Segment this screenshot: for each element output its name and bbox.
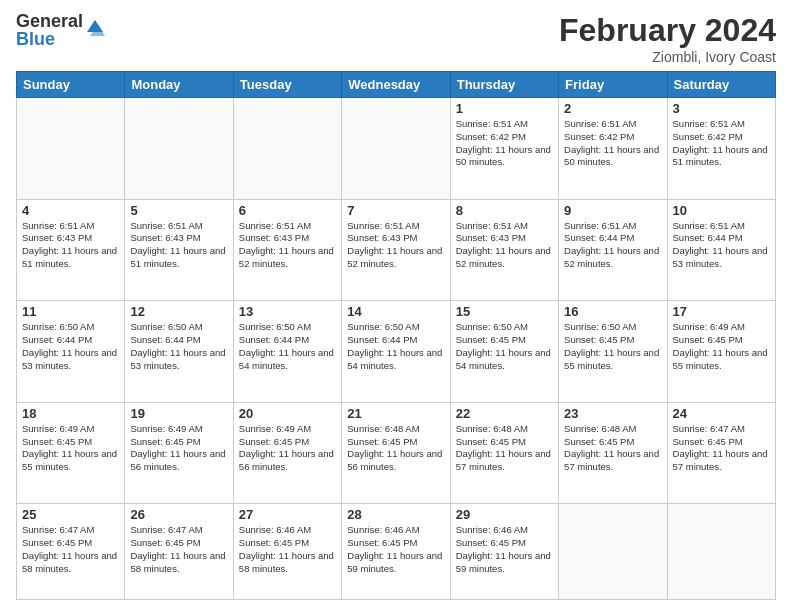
table-row: 11Sunrise: 6:50 AMSunset: 6:44 PMDayligh… [17, 301, 125, 403]
col-thursday: Thursday [450, 72, 558, 98]
col-monday: Monday [125, 72, 233, 98]
day-number: 23 [564, 406, 661, 421]
table-row [125, 98, 233, 200]
day-info: Sunrise: 6:51 AMSunset: 6:43 PMDaylight:… [347, 220, 444, 271]
day-info: Sunrise: 6:50 AMSunset: 6:44 PMDaylight:… [239, 321, 336, 372]
day-number: 8 [456, 203, 553, 218]
day-info: Sunrise: 6:51 AMSunset: 6:42 PMDaylight:… [564, 118, 661, 169]
table-row: 9Sunrise: 6:51 AMSunset: 6:44 PMDaylight… [559, 199, 667, 301]
table-row: 12Sunrise: 6:50 AMSunset: 6:44 PMDayligh… [125, 301, 233, 403]
col-friday: Friday [559, 72, 667, 98]
day-info: Sunrise: 6:47 AMSunset: 6:45 PMDaylight:… [130, 524, 227, 575]
col-sunday: Sunday [17, 72, 125, 98]
day-info: Sunrise: 6:46 AMSunset: 6:45 PMDaylight:… [456, 524, 553, 575]
table-row: 1Sunrise: 6:51 AMSunset: 6:42 PMDaylight… [450, 98, 558, 200]
day-number: 11 [22, 304, 119, 319]
day-info: Sunrise: 6:47 AMSunset: 6:45 PMDaylight:… [22, 524, 119, 575]
day-info: Sunrise: 6:51 AMSunset: 6:43 PMDaylight:… [130, 220, 227, 271]
table-row: 14Sunrise: 6:50 AMSunset: 6:44 PMDayligh… [342, 301, 450, 403]
day-info: Sunrise: 6:49 AMSunset: 6:45 PMDaylight:… [239, 423, 336, 474]
day-info: Sunrise: 6:51 AMSunset: 6:42 PMDaylight:… [456, 118, 553, 169]
calendar-week-3: 18Sunrise: 6:49 AMSunset: 6:45 PMDayligh… [17, 402, 776, 504]
day-number: 20 [239, 406, 336, 421]
day-info: Sunrise: 6:48 AMSunset: 6:45 PMDaylight:… [564, 423, 661, 474]
table-row: 16Sunrise: 6:50 AMSunset: 6:45 PMDayligh… [559, 301, 667, 403]
day-number: 19 [130, 406, 227, 421]
day-info: Sunrise: 6:47 AMSunset: 6:45 PMDaylight:… [673, 423, 770, 474]
day-number: 10 [673, 203, 770, 218]
day-number: 2 [564, 101, 661, 116]
table-row [233, 98, 341, 200]
day-number: 5 [130, 203, 227, 218]
day-number: 29 [456, 507, 553, 522]
logo-icon [85, 18, 105, 38]
day-number: 16 [564, 304, 661, 319]
day-number: 3 [673, 101, 770, 116]
table-row: 29Sunrise: 6:46 AMSunset: 6:45 PMDayligh… [450, 504, 558, 600]
calendar-week-0: 1Sunrise: 6:51 AMSunset: 6:42 PMDaylight… [17, 98, 776, 200]
day-number: 24 [673, 406, 770, 421]
table-row: 24Sunrise: 6:47 AMSunset: 6:45 PMDayligh… [667, 402, 775, 504]
table-row: 25Sunrise: 6:47 AMSunset: 6:45 PMDayligh… [17, 504, 125, 600]
logo-blue: Blue [16, 30, 83, 48]
day-number: 26 [130, 507, 227, 522]
day-info: Sunrise: 6:49 AMSunset: 6:45 PMDaylight:… [22, 423, 119, 474]
table-row: 4Sunrise: 6:51 AMSunset: 6:43 PMDaylight… [17, 199, 125, 301]
table-row: 17Sunrise: 6:49 AMSunset: 6:45 PMDayligh… [667, 301, 775, 403]
table-row: 2Sunrise: 6:51 AMSunset: 6:42 PMDaylight… [559, 98, 667, 200]
table-row [17, 98, 125, 200]
table-row: 10Sunrise: 6:51 AMSunset: 6:44 PMDayligh… [667, 199, 775, 301]
page: General Blue February 2024 Ziombli, Ivor… [0, 0, 792, 612]
table-row: 18Sunrise: 6:49 AMSunset: 6:45 PMDayligh… [17, 402, 125, 504]
day-info: Sunrise: 6:51 AMSunset: 6:44 PMDaylight:… [673, 220, 770, 271]
table-row: 22Sunrise: 6:48 AMSunset: 6:45 PMDayligh… [450, 402, 558, 504]
day-info: Sunrise: 6:51 AMSunset: 6:43 PMDaylight:… [456, 220, 553, 271]
table-row: 21Sunrise: 6:48 AMSunset: 6:45 PMDayligh… [342, 402, 450, 504]
day-info: Sunrise: 6:48 AMSunset: 6:45 PMDaylight:… [456, 423, 553, 474]
day-number: 18 [22, 406, 119, 421]
day-info: Sunrise: 6:50 AMSunset: 6:44 PMDaylight:… [130, 321, 227, 372]
day-number: 6 [239, 203, 336, 218]
day-number: 9 [564, 203, 661, 218]
day-info: Sunrise: 6:51 AMSunset: 6:42 PMDaylight:… [673, 118, 770, 169]
day-info: Sunrise: 6:46 AMSunset: 6:45 PMDaylight:… [239, 524, 336, 575]
calendar-week-4: 25Sunrise: 6:47 AMSunset: 6:45 PMDayligh… [17, 504, 776, 600]
day-number: 13 [239, 304, 336, 319]
day-number: 21 [347, 406, 444, 421]
table-row: 20Sunrise: 6:49 AMSunset: 6:45 PMDayligh… [233, 402, 341, 504]
header: General Blue February 2024 Ziombli, Ivor… [16, 12, 776, 65]
day-number: 27 [239, 507, 336, 522]
table-row [342, 98, 450, 200]
day-number: 22 [456, 406, 553, 421]
calendar-header-row: Sunday Monday Tuesday Wednesday Thursday… [17, 72, 776, 98]
table-row: 3Sunrise: 6:51 AMSunset: 6:42 PMDaylight… [667, 98, 775, 200]
day-info: Sunrise: 6:46 AMSunset: 6:45 PMDaylight:… [347, 524, 444, 575]
table-row: 5Sunrise: 6:51 AMSunset: 6:43 PMDaylight… [125, 199, 233, 301]
day-info: Sunrise: 6:51 AMSunset: 6:43 PMDaylight:… [22, 220, 119, 271]
day-info: Sunrise: 6:49 AMSunset: 6:45 PMDaylight:… [130, 423, 227, 474]
day-info: Sunrise: 6:48 AMSunset: 6:45 PMDaylight:… [347, 423, 444, 474]
table-row: 27Sunrise: 6:46 AMSunset: 6:45 PMDayligh… [233, 504, 341, 600]
col-saturday: Saturday [667, 72, 775, 98]
table-row: 19Sunrise: 6:49 AMSunset: 6:45 PMDayligh… [125, 402, 233, 504]
calendar-week-1: 4Sunrise: 6:51 AMSunset: 6:43 PMDaylight… [17, 199, 776, 301]
day-number: 12 [130, 304, 227, 319]
table-row: 15Sunrise: 6:50 AMSunset: 6:45 PMDayligh… [450, 301, 558, 403]
table-row: 23Sunrise: 6:48 AMSunset: 6:45 PMDayligh… [559, 402, 667, 504]
col-wednesday: Wednesday [342, 72, 450, 98]
table-row: 6Sunrise: 6:51 AMSunset: 6:43 PMDaylight… [233, 199, 341, 301]
day-info: Sunrise: 6:50 AMSunset: 6:44 PMDaylight:… [347, 321, 444, 372]
day-number: 15 [456, 304, 553, 319]
title-section: February 2024 Ziombli, Ivory Coast [559, 12, 776, 65]
table-row: 28Sunrise: 6:46 AMSunset: 6:45 PMDayligh… [342, 504, 450, 600]
table-row [559, 504, 667, 600]
day-number: 17 [673, 304, 770, 319]
day-info: Sunrise: 6:51 AMSunset: 6:44 PMDaylight:… [564, 220, 661, 271]
day-info: Sunrise: 6:50 AMSunset: 6:45 PMDaylight:… [456, 321, 553, 372]
table-row: 13Sunrise: 6:50 AMSunset: 6:44 PMDayligh… [233, 301, 341, 403]
calendar-table: Sunday Monday Tuesday Wednesday Thursday… [16, 71, 776, 600]
day-info: Sunrise: 6:50 AMSunset: 6:45 PMDaylight:… [564, 321, 661, 372]
subtitle: Ziombli, Ivory Coast [559, 49, 776, 65]
day-info: Sunrise: 6:50 AMSunset: 6:44 PMDaylight:… [22, 321, 119, 372]
table-row [667, 504, 775, 600]
